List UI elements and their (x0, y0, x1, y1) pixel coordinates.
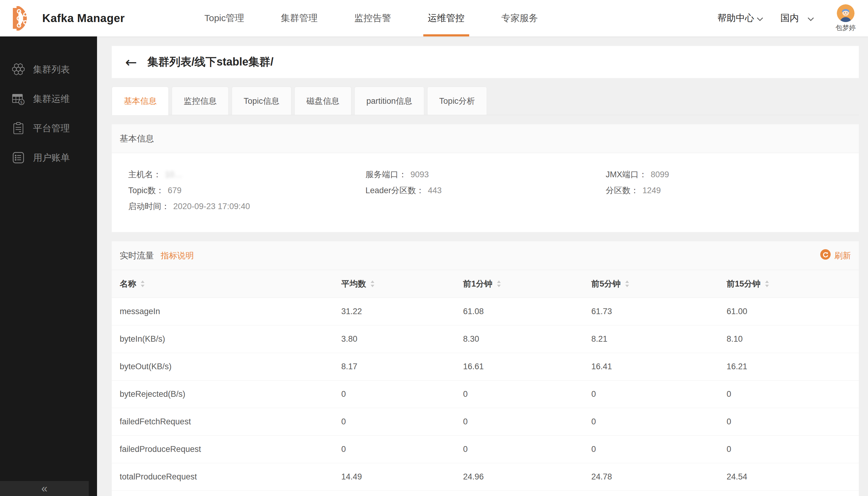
metric-value-cell: 16.61 (463, 353, 591, 380)
nav-cluster-management[interactable]: 集群管理 (263, 0, 336, 36)
sidebar-item-cluster-list[interactable]: 集群列表 (0, 55, 97, 84)
sidebar-item-cluster-ops[interactable]: $集群运维 (0, 84, 97, 113)
table-row: failedFetchRequest0000 (112, 408, 859, 435)
metric-name-cell: byteRejected(B/s) (112, 380, 341, 408)
main-content: ← 集群列表/线下stable集群/ 基本信息监控信息Topic信息磁盘信息pa… (97, 36, 868, 496)
table-row: totalProduceRequest14.4924.9624.7824.54 (112, 463, 859, 491)
metric-value-cell: 0 (341, 435, 463, 463)
sidebar-collapse-button[interactable]: « (0, 481, 89, 496)
basic-info-header: 基本信息 (112, 124, 859, 153)
column-header-名称[interactable]: 名称 (112, 270, 341, 298)
region-selector[interactable]: 国内 (780, 12, 814, 25)
basic-info-title: 基本信息 (120, 133, 154, 144)
metric-value-cell: 8.17 (341, 353, 463, 380)
column-label: 前5分钟 (591, 278, 621, 289)
column-header-前1分钟[interactable]: 前1分钟 (463, 270, 591, 298)
metric-value-cell: 24.54 (727, 463, 859, 491)
tab-topic-info[interactable]: Topic信息 (232, 87, 291, 115)
refresh-button[interactable]: 刷新 (820, 249, 851, 262)
column-header-平均数[interactable]: 平均数 (341, 270, 463, 298)
avatar[interactable] (837, 4, 854, 22)
back-arrow-icon[interactable]: ← (125, 55, 137, 69)
column-header-inner: 名称 (120, 278, 145, 289)
basic-info-card: 基本信息 主机名：10…服务端口：9093JMX端口：8099Topic数：67… (112, 124, 859, 232)
metric-value-cell: 0 (341, 408, 463, 435)
column-header-前15分钟[interactable]: 前15分钟 (727, 270, 859, 298)
sort-caret-icon[interactable] (625, 280, 629, 288)
sort-caret-icon[interactable] (765, 280, 769, 288)
table-row: messageIn31.2261.0861.7361.00 (112, 298, 859, 325)
tab-topic-analysis[interactable]: Topic分析 (427, 87, 487, 115)
sidebar-item-label: 集群列表 (33, 63, 70, 76)
metric-value-cell: 21228.01 (727, 491, 859, 496)
app-title: Kafka Manager (42, 12, 125, 25)
table-row: totalFetchRequest13308.8021399.0521401.6… (112, 491, 859, 496)
realtime-traffic-header: 实时流量 指标说明 刷新 (112, 241, 859, 270)
sort-caret-icon[interactable] (141, 280, 145, 288)
nav-expert-service[interactable]: 专家服务 (483, 0, 556, 36)
metric-value-cell: 3.80 (341, 325, 463, 353)
table-row: byteOut(KB/s)8.1716.6116.4116.21 (112, 353, 859, 380)
metric-description-link[interactable]: 指标说明 (161, 250, 194, 261)
metric-value-cell: 0 (727, 435, 859, 463)
sort-caret-icon[interactable] (497, 280, 501, 288)
field-start-time: 启动时间：2020-09-23 17:09:40 (128, 198, 365, 214)
sidebar-item-user-billing[interactable]: 用户账单 (0, 143, 97, 172)
svg-text:$: $ (20, 100, 23, 104)
refresh-icon (820, 249, 831, 262)
tab-monitor-info[interactable]: 监控信息 (172, 87, 228, 115)
list-box-icon (12, 151, 25, 165)
metric-value-cell: 0 (591, 380, 727, 408)
sidebar-item-platform-management[interactable]: 平台管理 (0, 113, 97, 143)
nav-topic-management[interactable]: Topic管理 (186, 0, 263, 36)
column-header-inner: 前15分钟 (727, 278, 769, 289)
chevron-down-icon (757, 17, 763, 21)
metric-value-cell: 16.41 (591, 353, 727, 380)
metric-value-cell: 0 (463, 435, 591, 463)
metric-value-cell: 16.21 (727, 353, 859, 380)
table-row: byteIn(KB/s)3.808.308.218.10 (112, 325, 859, 353)
breadcrumb-bar: ← 集群列表/线下stable集群/ (112, 46, 859, 78)
metric-value-cell: 31.22 (341, 298, 463, 325)
field-value: 1249 (643, 183, 661, 198)
column-header-inner: 前5分钟 (591, 278, 629, 289)
tab-disk-info[interactable]: 磁盘信息 (295, 87, 351, 115)
metric-name-cell: messageIn (112, 298, 341, 325)
realtime-traffic-title: 实时流量 (120, 250, 154, 262)
tab-partition-info[interactable]: partition信息 (354, 87, 424, 115)
column-label: 平均数 (341, 278, 366, 289)
collapse-icon: « (41, 482, 47, 495)
clipboard-icon (12, 122, 25, 135)
field-value: 679 (168, 183, 182, 198)
metric-value-cell: 14.49 (341, 463, 463, 491)
field-leader-partition-count: Leader分区数：443 (365, 183, 606, 198)
column-header-前5分钟[interactable]: 前5分钟 (591, 270, 727, 298)
field-label: Leader分区数： (365, 183, 424, 198)
field-topic-count: Topic数：679 (128, 183, 365, 198)
sidebar-item-label: 平台管理 (33, 122, 70, 135)
metric-name-cell: byteIn(KB/s) (112, 325, 341, 353)
refresh-label: 刷新 (834, 250, 851, 261)
sidebar-item-label: 集群运维 (33, 93, 70, 105)
sidebar-menu: 集群列表$集群运维平台管理用户账单 (0, 55, 97, 172)
tab-basic-info[interactable]: 基本信息 (112, 87, 169, 115)
user-menu[interactable]: 包梦婷 (836, 4, 856, 32)
chevron-down-icon (807, 17, 814, 21)
column-header-inner: 平均数 (341, 278, 375, 289)
field-label: 启动时间： (128, 198, 170, 214)
realtime-traffic-card: 实时流量 指标说明 刷新 名称平均数前1分钟前5分钟前15分钟 messageI… (112, 241, 859, 496)
help-center-menu[interactable]: 帮助中心 (717, 12, 763, 25)
help-center-label: 帮助中心 (717, 12, 754, 25)
sort-caret-icon[interactable] (370, 280, 375, 288)
nav-ops-control[interactable]: 运维管控 (410, 0, 483, 36)
metric-name-cell: failedProduceRequest (112, 435, 341, 463)
metric-name-cell: totalProduceRequest (112, 463, 341, 491)
field-jmx-port: JMX端口：8099 (606, 167, 859, 183)
kafka-manager-logo-icon (5, 4, 34, 33)
nav-monitor-alert[interactable]: 监控告警 (336, 0, 410, 36)
metric-value-cell: 0 (727, 380, 859, 408)
field-value: 8099 (651, 167, 669, 183)
field-partition-count: 分区数：1249 (606, 183, 859, 198)
basic-info-body: 主机名：10…服务端口：9093JMX端口：8099Topic数：679Lead… (112, 153, 859, 232)
table-header-row: 名称平均数前1分钟前5分钟前15分钟 (112, 270, 859, 298)
